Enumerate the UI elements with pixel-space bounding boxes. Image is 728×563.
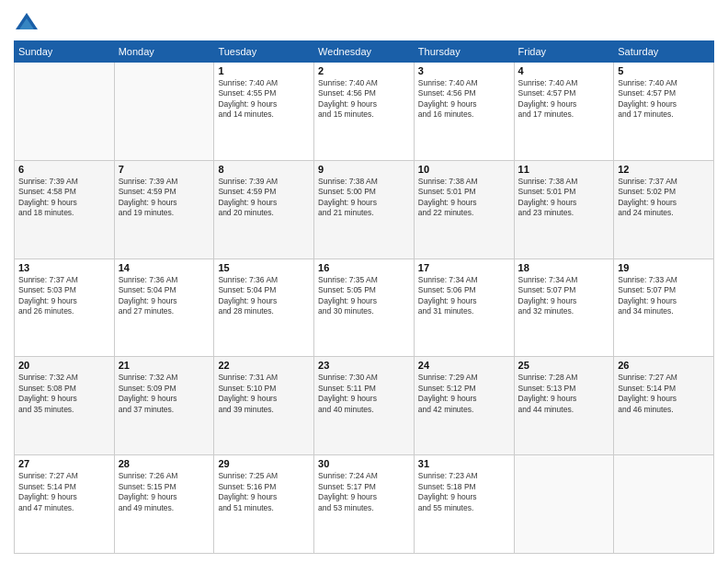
calendar-cell: 12Sunrise: 7:37 AMSunset: 5:02 PMDayligh… (614, 160, 714, 259)
day-number: 28 (119, 458, 210, 469)
day-info: Sunrise: 7:38 AMSunset: 5:01 PMDaylight:… (518, 177, 610, 219)
day-info: Sunrise: 7:40 AMSunset: 4:55 PMDaylight:… (218, 78, 310, 121)
calendar-cell: 11Sunrise: 7:38 AMSunset: 5:01 PMDayligh… (514, 160, 614, 259)
day-info: Sunrise: 7:39 AMSunset: 4:59 PMDaylight:… (119, 177, 210, 219)
day-number: 5 (618, 65, 710, 76)
calendar-cell: 2Sunrise: 7:40 AMSunset: 4:56 PMDaylight… (314, 63, 415, 161)
calendar-cell: 23Sunrise: 7:30 AMSunset: 5:11 PMDayligh… (314, 357, 415, 455)
week-row-4: 20Sunrise: 7:32 AMSunset: 5:08 PMDayligh… (15, 357, 714, 455)
day-number: 17 (418, 262, 510, 273)
day-number: 27 (18, 458, 110, 469)
day-info: Sunrise: 7:27 AMSunset: 5:14 PMDaylight:… (18, 471, 110, 513)
day-info: Sunrise: 7:34 AMSunset: 5:06 PMDaylight:… (418, 275, 510, 317)
calendar-cell: 7Sunrise: 7:39 AMSunset: 4:59 PMDaylight… (114, 160, 214, 259)
day-number: 1 (218, 65, 310, 76)
day-info: Sunrise: 7:28 AMSunset: 5:13 PMDaylight:… (518, 373, 610, 415)
day-number: 10 (418, 164, 510, 175)
calendar-cell: 8Sunrise: 7:39 AMSunset: 4:59 PMDaylight… (214, 160, 314, 259)
calendar-cell: 30Sunrise: 7:24 AMSunset: 5:17 PMDayligh… (314, 455, 415, 554)
calendar-cell: 13Sunrise: 7:37 AMSunset: 5:03 PMDayligh… (15, 259, 115, 357)
col-header-friday: Friday (514, 41, 614, 63)
day-info: Sunrise: 7:25 AMSunset: 5:16 PMDaylight:… (218, 471, 310, 513)
day-info: Sunrise: 7:38 AMSunset: 5:01 PMDaylight:… (418, 177, 510, 219)
col-header-sunday: Sunday (15, 41, 115, 63)
calendar-body: 1Sunrise: 7:40 AMSunset: 4:55 PMDaylight… (15, 63, 714, 554)
day-number: 12 (618, 164, 710, 175)
calendar-cell (614, 455, 714, 554)
day-number: 8 (218, 164, 310, 175)
day-info: Sunrise: 7:36 AMSunset: 5:04 PMDaylight:… (119, 275, 210, 317)
calendar-cell: 16Sunrise: 7:35 AMSunset: 5:05 PMDayligh… (314, 259, 415, 357)
calendar-cell: 29Sunrise: 7:25 AMSunset: 5:16 PMDayligh… (214, 455, 314, 554)
day-info: Sunrise: 7:36 AMSunset: 5:04 PMDaylight:… (218, 275, 310, 317)
calendar-cell: 17Sunrise: 7:34 AMSunset: 5:06 PMDayligh… (414, 259, 514, 357)
week-row-3: 13Sunrise: 7:37 AMSunset: 5:03 PMDayligh… (15, 259, 714, 357)
page: SundayMondayTuesdayWednesdayThursdayFrid… (0, 0, 728, 563)
logo-icon (14, 9, 40, 35)
day-number: 22 (218, 360, 310, 371)
day-info: Sunrise: 7:40 AMSunset: 4:56 PMDaylight:… (418, 78, 510, 121)
calendar-cell: 4Sunrise: 7:40 AMSunset: 4:57 PMDaylight… (514, 63, 614, 161)
day-number: 26 (618, 360, 710, 371)
calendar-cell: 9Sunrise: 7:38 AMSunset: 5:00 PMDaylight… (314, 160, 415, 259)
day-number: 25 (518, 360, 610, 371)
day-info: Sunrise: 7:33 AMSunset: 5:07 PMDaylight:… (618, 275, 710, 317)
day-info: Sunrise: 7:34 AMSunset: 5:07 PMDaylight:… (518, 275, 610, 317)
calendar-cell: 1Sunrise: 7:40 AMSunset: 4:55 PMDaylight… (214, 63, 314, 161)
day-info: Sunrise: 7:39 AMSunset: 4:59 PMDaylight:… (218, 177, 310, 219)
day-number: 7 (119, 164, 210, 175)
calendar-cell: 15Sunrise: 7:36 AMSunset: 5:04 PMDayligh… (214, 259, 314, 357)
calendar-cell: 3Sunrise: 7:40 AMSunset: 4:56 PMDaylight… (414, 63, 514, 161)
calendar-cell: 10Sunrise: 7:38 AMSunset: 5:01 PMDayligh… (414, 160, 514, 259)
day-info: Sunrise: 7:38 AMSunset: 5:00 PMDaylight:… (318, 177, 410, 219)
day-info: Sunrise: 7:32 AMSunset: 5:08 PMDaylight:… (18, 373, 110, 415)
calendar-cell: 24Sunrise: 7:29 AMSunset: 5:12 PMDayligh… (414, 357, 514, 455)
calendar-cell: 6Sunrise: 7:39 AMSunset: 4:58 PMDaylight… (15, 160, 115, 259)
calendar-cell: 31Sunrise: 7:23 AMSunset: 5:18 PMDayligh… (414, 455, 514, 554)
day-info: Sunrise: 7:27 AMSunset: 5:14 PMDaylight:… (618, 373, 710, 415)
header (14, 9, 714, 35)
day-info: Sunrise: 7:35 AMSunset: 5:05 PMDaylight:… (318, 275, 410, 317)
logo (14, 9, 43, 35)
day-info: Sunrise: 7:31 AMSunset: 5:10 PMDaylight:… (218, 373, 310, 415)
col-header-saturday: Saturday (614, 41, 714, 63)
calendar-cell: 19Sunrise: 7:33 AMSunset: 5:07 PMDayligh… (614, 259, 714, 357)
day-info: Sunrise: 7:40 AMSunset: 4:56 PMDaylight:… (318, 78, 410, 121)
day-info: Sunrise: 7:39 AMSunset: 4:58 PMDaylight:… (18, 177, 110, 219)
day-number: 9 (318, 164, 410, 175)
col-header-monday: Monday (114, 41, 214, 63)
col-header-thursday: Thursday (414, 41, 514, 63)
day-number: 15 (218, 262, 310, 273)
calendar-cell: 20Sunrise: 7:32 AMSunset: 5:08 PMDayligh… (15, 357, 115, 455)
day-number: 2 (318, 65, 410, 76)
day-info: Sunrise: 7:32 AMSunset: 5:09 PMDaylight:… (119, 373, 210, 415)
calendar-cell (514, 455, 614, 554)
day-number: 19 (618, 262, 710, 273)
col-header-tuesday: Tuesday (214, 41, 314, 63)
day-info: Sunrise: 7:37 AMSunset: 5:03 PMDaylight:… (18, 275, 110, 317)
calendar-cell: 26Sunrise: 7:27 AMSunset: 5:14 PMDayligh… (614, 357, 714, 455)
day-info: Sunrise: 7:37 AMSunset: 5:02 PMDaylight:… (618, 177, 710, 219)
calendar-cell (15, 63, 115, 161)
week-row-5: 27Sunrise: 7:27 AMSunset: 5:14 PMDayligh… (15, 455, 714, 554)
week-row-2: 6Sunrise: 7:39 AMSunset: 4:58 PMDaylight… (15, 160, 714, 259)
day-info: Sunrise: 7:29 AMSunset: 5:12 PMDaylight:… (418, 373, 510, 415)
calendar-cell: 5Sunrise: 7:40 AMSunset: 4:57 PMDaylight… (614, 63, 714, 161)
calendar-cell: 22Sunrise: 7:31 AMSunset: 5:10 PMDayligh… (214, 357, 314, 455)
day-info: Sunrise: 7:40 AMSunset: 4:57 PMDaylight:… (618, 78, 710, 121)
day-info: Sunrise: 7:30 AMSunset: 5:11 PMDaylight:… (318, 373, 410, 415)
col-header-wednesday: Wednesday (314, 41, 415, 63)
day-info: Sunrise: 7:26 AMSunset: 5:15 PMDaylight:… (119, 471, 210, 513)
calendar-header-row: SundayMondayTuesdayWednesdayThursdayFrid… (15, 41, 714, 63)
day-number: 11 (518, 164, 610, 175)
day-number: 14 (119, 262, 210, 273)
day-number: 30 (318, 458, 410, 469)
day-info: Sunrise: 7:40 AMSunset: 4:57 PMDaylight:… (518, 78, 610, 121)
calendar-cell: 27Sunrise: 7:27 AMSunset: 5:14 PMDayligh… (15, 455, 115, 554)
day-info: Sunrise: 7:23 AMSunset: 5:18 PMDaylight:… (418, 471, 510, 513)
calendar-cell (114, 63, 214, 161)
calendar-table: SundayMondayTuesdayWednesdayThursdayFrid… (14, 40, 714, 554)
day-number: 16 (318, 262, 410, 273)
day-number: 21 (119, 360, 210, 371)
day-number: 31 (418, 458, 510, 469)
